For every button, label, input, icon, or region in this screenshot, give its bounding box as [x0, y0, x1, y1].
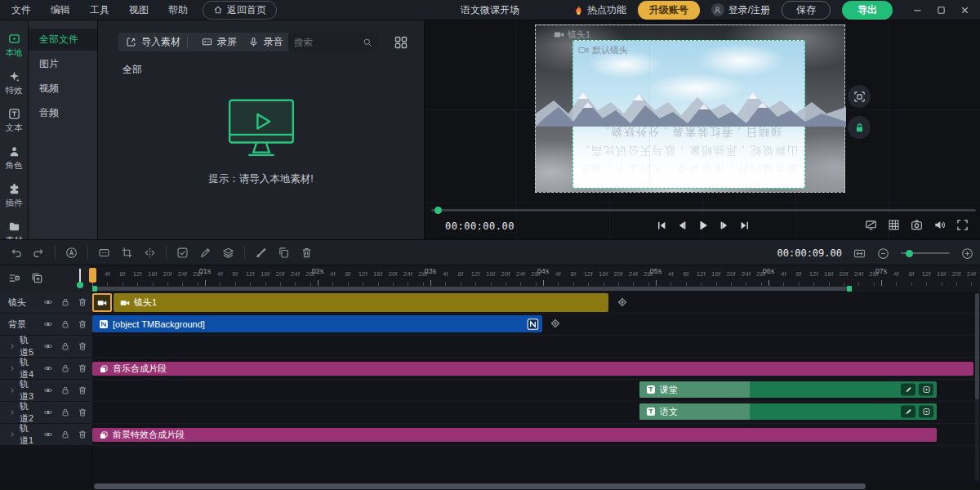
add-track-icon[interactable] — [31, 272, 43, 284]
menu-view[interactable]: 视图 — [129, 3, 149, 17]
track-trash-icon[interactable] — [78, 363, 87, 373]
search-input[interactable] — [294, 38, 363, 47]
skip-end-icon[interactable] — [739, 220, 751, 231]
undo-icon[interactable] — [10, 247, 22, 259]
minimize-icon[interactable] — [912, 5, 923, 16]
bounding-icon[interactable] — [98, 247, 110, 259]
fullscreen-icon[interactable] — [956, 219, 969, 231]
mirror-icon[interactable] — [144, 247, 156, 259]
file-category-2[interactable]: 视频 — [29, 78, 97, 100]
track-lock-icon[interactable] — [60, 385, 70, 395]
work-area-end-handle[interactable] — [847, 286, 852, 292]
expand-track-icon[interactable] — [8, 386, 16, 394]
track-trash-icon[interactable] — [78, 319, 87, 329]
volume-icon[interactable] — [933, 219, 946, 231]
redo-icon[interactable] — [33, 247, 45, 259]
track-trash-icon[interactable] — [78, 341, 87, 351]
track-header-轨道5[interactable]: 轨道5 — [0, 336, 92, 358]
crop-icon[interactable] — [121, 247, 133, 259]
circle-a-icon[interactable] — [65, 247, 78, 259]
playhead-line[interactable] — [79, 269, 81, 282]
file-category-1[interactable]: 图片 — [29, 53, 97, 75]
save-button[interactable]: 保存 — [782, 1, 831, 20]
upgrade-account-button[interactable]: 升级账号 — [638, 1, 700, 20]
menu-tools[interactable]: 工具 — [90, 3, 109, 17]
track-header-轨道3[interactable]: 轨道3 — [0, 380, 92, 402]
work-area-bar[interactable] — [92, 287, 849, 291]
filter-all-label[interactable]: 全部 — [122, 63, 142, 77]
track-header-背景[interactable]: 背景 — [0, 314, 92, 336]
frame-back-icon[interactable] — [676, 220, 688, 231]
add-keyframe-icon[interactable] — [549, 317, 562, 330]
track-eye-icon[interactable] — [43, 297, 53, 307]
skip-start-icon[interactable] — [656, 220, 667, 231]
zoom-out-icon[interactable] — [877, 247, 889, 260]
add-keyframe-icon[interactable] — [616, 296, 629, 309]
track-trash-icon[interactable] — [78, 385, 87, 395]
expand-track-icon[interactable] — [8, 430, 16, 439]
menu-help[interactable]: 帮助 — [168, 3, 188, 17]
back-home-button[interactable]: 返回首页 — [203, 1, 277, 20]
track-lock-icon[interactable] — [60, 341, 70, 351]
track-lock-icon[interactable] — [60, 297, 70, 307]
track-lock-icon[interactable] — [60, 319, 70, 329]
record-screen-button[interactable]: 录屏 — [194, 33, 244, 51]
menu-file[interactable]: 文件 — [11, 3, 31, 17]
fit-view-button[interactable] — [848, 85, 871, 108]
grid-view-icon[interactable] — [394, 35, 408, 50]
track-eye-icon[interactable] — [43, 319, 53, 329]
track-header-镜头[interactable]: 镜头 — [0, 292, 92, 314]
file-category-0[interactable]: 全部文件 — [29, 29, 97, 51]
fit-timeline-icon[interactable] — [853, 247, 866, 260]
menu-edit[interactable]: 编辑 — [51, 3, 70, 17]
timeline-vertical-scrollbar[interactable] — [975, 293, 979, 481]
clip-frame-button[interactable] — [919, 406, 933, 418]
track-eye-icon[interactable] — [43, 385, 53, 395]
display-icon[interactable] — [865, 219, 877, 231]
track-trash-icon[interactable] — [78, 408, 87, 417]
maximize-icon[interactable] — [936, 5, 947, 16]
preview-video-frame[interactable]: 镜头1 望长城内外，惟余莽莽；大河上下，顿失滔滔。 山舞银蛇，原驰蜡象，欲与天公… — [535, 24, 845, 193]
work-area-start-handle[interactable] — [92, 286, 97, 292]
text-clip-yuwen[interactable]: 语文 — [639, 403, 937, 420]
track-lock-icon[interactable] — [60, 408, 70, 417]
close-icon[interactable] — [960, 5, 970, 16]
frame-forward-icon[interactable] — [719, 220, 730, 231]
track-lane-轨道5[interactable] — [92, 336, 980, 358]
brush-icon[interactable] — [255, 247, 267, 259]
sidebar-item-character[interactable]: 角色 — [0, 140, 29, 177]
foreground-fx-clip[interactable]: 前景特效合成片段 — [92, 428, 937, 442]
playhead-grip[interactable] — [77, 282, 83, 288]
zoom-in-icon[interactable] — [961, 247, 973, 260]
record-audio-button[interactable]: 录音 — [241, 33, 291, 51]
clip-pen-button[interactable] — [901, 384, 915, 396]
track-list-icon[interactable] — [8, 272, 20, 284]
track-eye-icon[interactable] — [43, 408, 53, 417]
edit-icon[interactable] — [199, 247, 212, 259]
expand-track-icon[interactable] — [8, 364, 16, 372]
playhead-marker[interactable] — [89, 268, 96, 283]
hot-features-button[interactable]: 热点功能 — [573, 3, 626, 17]
vertical-scroll-handle[interactable] — [975, 293, 979, 399]
track-lock-icon[interactable] — [60, 363, 70, 373]
track-header-轨道2[interactable]: 轨道2 — [0, 402, 92, 424]
sidebar-item-media[interactable]: 本地 — [0, 27, 29, 65]
clip-end-badge[interactable] — [527, 318, 539, 330]
track-lock-icon[interactable] — [60, 430, 70, 439]
clip-frame-button[interactable] — [919, 384, 933, 396]
expand-track-icon[interactable] — [8, 342, 16, 350]
track-eye-icon[interactable] — [43, 363, 53, 373]
track-eye-icon[interactable] — [43, 341, 53, 351]
background-clip[interactable]: [object TMBackground] — [92, 315, 542, 332]
snapshot-icon[interactable] — [911, 219, 923, 231]
file-category-3[interactable]: 音频 — [29, 102, 97, 124]
copy-icon[interactable] — [278, 247, 290, 259]
timeline-zoom-slider[interactable] — [901, 252, 950, 254]
timeline-horizontal-scrollbar[interactable] — [0, 483, 980, 490]
render-icon[interactable] — [176, 247, 189, 259]
horizontal-scroll-handle[interactable] — [94, 483, 866, 489]
expand-track-icon[interactable] — [8, 408, 16, 416]
trash-icon[interactable] — [301, 247, 313, 259]
clip-pen-button[interactable] — [901, 406, 915, 418]
track-header-轨道4[interactable]: 轨道4 — [0, 358, 92, 380]
